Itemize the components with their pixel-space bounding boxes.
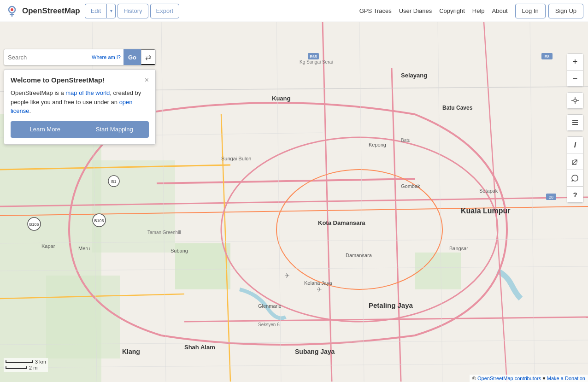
- share-icon: [571, 158, 579, 165]
- osm-contributors-link[interactable]: OpenStreetMap contributors: [477, 376, 541, 381]
- map-container[interactable]: Kuang Selayang Kuala Lumpur Kota Damansa…: [0, 22, 588, 382]
- scale-mi: 2 mi: [6, 365, 46, 370]
- search-bar: Where am I? Go ⇄: [4, 49, 156, 65]
- welcome-title: Welcome to OpenStreetMap!: [11, 76, 105, 84]
- welcome-close-button[interactable]: ×: [145, 76, 149, 84]
- scale-bar: 3 km 2 mi: [4, 358, 48, 372]
- svg-text:Subang: Subang: [171, 248, 188, 253]
- welcome-end-text: .: [29, 107, 31, 114]
- svg-text:Bangsar: Bangsar: [449, 246, 468, 251]
- scale-mi-marker: [6, 366, 27, 369]
- svg-text:B1: B1: [111, 179, 116, 184]
- learn-more-button[interactable]: Learn More: [11, 121, 80, 138]
- info-icon: i: [574, 141, 576, 149]
- svg-text:Glenmarie: Glenmarie: [258, 303, 282, 309]
- attribution-separator: ♥: [542, 376, 547, 381]
- map-controls: + −: [567, 53, 583, 203]
- navbar: OpenStreetMap Edit ▾ History Export GPS …: [0, 0, 588, 22]
- svg-text:B106: B106: [94, 218, 104, 223]
- nav-link-user-diaries[interactable]: User Diaries: [399, 7, 432, 14]
- svg-text:✈: ✈: [284, 272, 290, 279]
- svg-text:E65: E65: [310, 54, 317, 59]
- svg-rect-79: [572, 122, 578, 123]
- logo-area[interactable]: OpenStreetMap: [5, 4, 80, 18]
- svg-point-2: [11, 8, 13, 11]
- zoom-in-button[interactable]: +: [567, 53, 583, 70]
- svg-text:Taman Greenhill: Taman Greenhill: [147, 230, 181, 235]
- share-button[interactable]: [567, 153, 583, 170]
- svg-text:Kepong: Kepong: [369, 142, 386, 147]
- auth-buttons: Log In Sign Up: [515, 4, 583, 18]
- svg-text:28: 28: [549, 195, 553, 200]
- scale-km: 3 km: [6, 359, 46, 364]
- svg-text:Seksyen 6: Seksyen 6: [258, 322, 280, 327]
- edit-group: Edit ▾ History Export: [85, 4, 179, 18]
- layer-controls: [567, 114, 583, 131]
- nav-right: GPS Traces User Diaries Copyright Help A…: [359, 4, 583, 18]
- layers-button[interactable]: [567, 114, 583, 131]
- svg-rect-6: [92, 160, 175, 253]
- layers-icon: [571, 118, 579, 127]
- directions-button[interactable]: ⇄: [141, 49, 156, 65]
- edit-dropdown-button[interactable]: ▾: [106, 4, 116, 18]
- svg-rect-80: [572, 124, 578, 125]
- note-button[interactable]: [567, 170, 583, 186]
- start-mapping-button[interactable]: Start Mapping: [80, 121, 149, 138]
- svg-text:B106: B106: [29, 222, 39, 227]
- gps-control: [567, 92, 583, 109]
- help-button[interactable]: ?: [567, 186, 583, 203]
- svg-text:Selayang: Selayang: [401, 72, 427, 79]
- osm-logo-icon: [5, 4, 19, 18]
- svg-text:Batu: Batu: [401, 138, 411, 143]
- attribution-bar: © OpenStreetMap contributors ♥ Make a Do…: [470, 375, 588, 382]
- nav-link-copyright[interactable]: Copyright: [439, 7, 465, 14]
- svg-text:Klang: Klang: [122, 348, 140, 355]
- site-title: OpenStreetMap: [22, 6, 80, 16]
- nav-link-about[interactable]: About: [492, 7, 508, 14]
- svg-rect-8: [46, 276, 120, 358]
- svg-text:Setapak: Setapak: [479, 188, 498, 194]
- gps-button[interactable]: [567, 92, 583, 109]
- directions-icon: ⇄: [145, 53, 151, 62]
- svg-text:Sungai Buloh: Sungai Buloh: [221, 156, 251, 161]
- svg-text:Shah Alam: Shah Alam: [184, 344, 215, 351]
- search-input[interactable]: [4, 49, 89, 65]
- welcome-buttons: Learn More Start Mapping: [11, 121, 149, 138]
- svg-rect-7: [415, 253, 461, 289]
- scale-km-label: 3 km: [35, 359, 46, 364]
- search-panel: Where am I? Go ⇄: [4, 49, 156, 65]
- svg-text:✈: ✈: [317, 286, 322, 293]
- welcome-text: OpenStreetMap is a map of the world, cre…: [11, 88, 149, 116]
- attribution-text: ©: [472, 376, 477, 381]
- svg-text:Kelana Jaya: Kelana Jaya: [304, 280, 332, 286]
- signup-button[interactable]: Sign Up: [548, 4, 583, 18]
- zoom-out-button[interactable]: −: [567, 70, 583, 87]
- go-button[interactable]: Go: [123, 49, 141, 65]
- misc-controls: i ?: [567, 136, 583, 203]
- scale-mi-label: 2 mi: [29, 365, 39, 370]
- svg-text:Kuala Lumpur: Kuala Lumpur: [461, 207, 511, 215]
- svg-text:Kuang: Kuang: [272, 95, 291, 102]
- where-am-i-link[interactable]: Where am I?: [89, 54, 123, 60]
- nav-link-help[interactable]: Help: [472, 7, 485, 14]
- scale-km-marker: [6, 360, 33, 363]
- svg-text:Petaling Jaya: Petaling Jaya: [369, 301, 413, 309]
- svg-text:Batu Caves: Batu Caves: [442, 105, 473, 111]
- edit-button[interactable]: Edit: [85, 4, 106, 18]
- svg-text:Subang Jaya: Subang Jaya: [295, 348, 335, 355]
- welcome-header: Welcome to OpenStreetMap! ×: [11, 76, 149, 84]
- svg-text:Meru: Meru: [78, 246, 90, 251]
- export-button[interactable]: Export: [150, 4, 180, 18]
- svg-text:Kapar: Kapar: [41, 243, 55, 249]
- info-button[interactable]: i: [567, 136, 583, 153]
- zoom-controls: + −: [567, 53, 583, 87]
- svg-text:Gombak: Gombak: [401, 183, 420, 189]
- history-button[interactable]: History: [118, 4, 148, 18]
- svg-text:Damansara: Damansara: [346, 253, 372, 258]
- help-icon: ?: [573, 191, 577, 199]
- welcome-map-link[interactable]: map of the world: [65, 89, 110, 96]
- nav-link-gps-traces[interactable]: GPS Traces: [359, 7, 392, 14]
- login-button[interactable]: Log In: [515, 4, 546, 18]
- donate-link[interactable]: Make a Donation: [547, 376, 585, 381]
- svg-point-73: [574, 99, 576, 102]
